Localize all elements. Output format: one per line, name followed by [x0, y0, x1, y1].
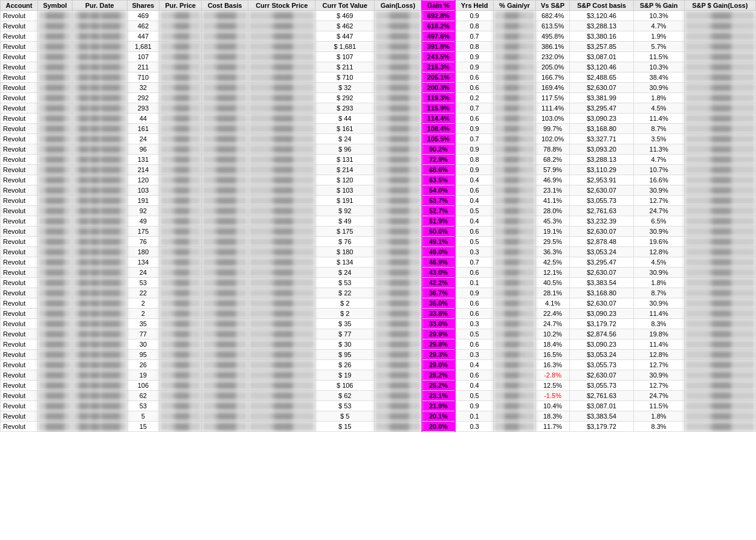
- cell-pur-date: ██/██/████: [73, 411, 128, 422]
- col-header-snp-cost-basis[interactable]: S&P Cost basis: [570, 1, 633, 11]
- cell-curr-stock-price: $████: [248, 155, 315, 165]
- cell-shares: 180: [127, 247, 159, 257]
- cell-cost-basis: $████: [202, 339, 248, 350]
- cell-shares: 710: [127, 72, 159, 83]
- cell-gain-loss: $████: [375, 52, 422, 62]
- cell-gain-pct: 51.9%: [422, 216, 455, 227]
- cell-gain-pct: 23.1%: [422, 391, 455, 401]
- cell-pct-gain-yr: ███%: [494, 124, 536, 134]
- cell-yrs-held: 0.6: [455, 83, 493, 93]
- cell-snp-cost-basis: $2,878.48: [570, 237, 633, 247]
- col-header-vs-snp[interactable]: Vs S&P: [535, 1, 569, 11]
- cell-snp-dollar-gain: $████: [684, 381, 755, 391]
- cell-snp-dollar-gain: $████: [684, 42, 755, 52]
- cell-pur-date: ██/██/████: [73, 185, 128, 196]
- cell-snp-cost-basis: $3,179.72: [570, 319, 633, 329]
- col-header-yrs-held[interactable]: Yrs Held: [455, 1, 493, 11]
- table-row: Revolut██████/██/████161$███$████$████$ …: [1, 124, 756, 134]
- cell-snp-cost-basis: $3,381.99: [570, 93, 633, 103]
- cell-account: Revolut: [1, 247, 38, 257]
- cell-pct-gain-yr: ███%: [494, 31, 536, 42]
- cell-snp-pct-gain: 6.5%: [633, 216, 684, 227]
- cell-snp-dollar-gain: $████: [684, 370, 755, 381]
- cell-pur-price: $███: [160, 268, 202, 278]
- cell-shares: 15: [127, 422, 159, 432]
- cell-curr-tot-value: $ 76: [315, 237, 375, 247]
- col-header-account[interactable]: Account: [1, 1, 38, 11]
- cell-account: Revolut: [1, 175, 38, 185]
- cell-account: Revolut: [1, 42, 38, 52]
- cell-gain-pct: 618.2%: [422, 21, 455, 31]
- cell-pct-gain-yr: ███%: [494, 381, 536, 391]
- cell-snp-cost-basis: $3,090.23: [570, 309, 633, 319]
- cell-gain-loss: $████: [375, 298, 422, 309]
- cell-pur-date: ██/██/████: [73, 391, 128, 401]
- table-row: Revolut██████/██/████106$███$████$████$ …: [1, 381, 756, 391]
- cell-gain-pct: 63.5%: [422, 175, 455, 185]
- cell-snp-dollar-gain: $████: [684, 247, 755, 257]
- cell-gain-loss: $████: [375, 42, 422, 52]
- cell-cost-basis: $████: [202, 401, 248, 411]
- cell-vs-snp: 18.4%: [535, 339, 569, 350]
- cell-curr-tot-value: $ 120: [315, 175, 375, 185]
- cell-symbol: ████: [38, 411, 73, 422]
- col-header-curr-stock-price[interactable]: Curr Stock Price: [248, 1, 315, 11]
- cell-curr-stock-price: $████: [248, 339, 315, 350]
- col-header-snp-dollar-gain[interactable]: S&P $ Gain(Loss): [684, 1, 755, 11]
- table-row: Revolut██████/██/████2$███$████$████$ 2$…: [1, 309, 756, 319]
- col-header-pur-price[interactable]: Pur. Price: [160, 1, 202, 11]
- cell-cost-basis: $████: [202, 227, 248, 237]
- col-header-snp-pct-gain[interactable]: S&P % Gain: [633, 1, 684, 11]
- col-header-cost-basis[interactable]: Cost Basis: [202, 1, 248, 11]
- cell-yrs-held: 0.7: [455, 134, 493, 144]
- cell-yrs-held: 0.6: [455, 114, 493, 124]
- cell-snp-dollar-gain: $████: [684, 83, 755, 93]
- cell-account: Revolut: [1, 93, 38, 103]
- cell-pur-date: ██/██/████: [73, 21, 128, 31]
- table-row: Revolut██████/██/████447$███$████$████$ …: [1, 31, 756, 42]
- cell-curr-stock-price: $████: [248, 278, 315, 288]
- cell-gain-loss: $████: [375, 103, 422, 114]
- cell-gain-pct: 46.9%: [422, 257, 455, 268]
- cell-pct-gain-yr: ███%: [494, 216, 536, 227]
- col-header-symbol[interactable]: Symbol: [38, 1, 73, 11]
- cell-vs-snp: 29.5%: [535, 237, 569, 247]
- cell-account: Revolut: [1, 144, 38, 155]
- cell-cost-basis: $████: [202, 42, 248, 52]
- cell-pur-price: $███: [160, 72, 202, 83]
- cell-pur-date: ██/██/████: [73, 62, 128, 72]
- cell-shares: 131: [127, 155, 159, 165]
- cell-snp-pct-gain: 10.3%: [633, 62, 684, 72]
- cell-snp-cost-basis: $3,120.46: [570, 11, 633, 21]
- cell-symbol: ████: [38, 298, 73, 309]
- cell-curr-tot-value: $ 469: [315, 11, 375, 21]
- cell-gain-pct: 119.3%: [422, 93, 455, 103]
- table-row: Revolut██████/██/████76$███$████$████$ 7…: [1, 237, 756, 247]
- cell-snp-dollar-gain: $████: [684, 206, 755, 216]
- cell-vs-snp: 117.5%: [535, 93, 569, 103]
- col-header-pur-date[interactable]: Pur. Date: [73, 1, 128, 11]
- cell-cost-basis: $████: [202, 381, 248, 391]
- cell-gain-loss: $████: [375, 237, 422, 247]
- cell-gain-pct: 105.5%: [422, 134, 455, 144]
- cell-gain-pct: 36.7%: [422, 288, 455, 298]
- col-header-curr-tot-value[interactable]: Curr Tot Value: [315, 1, 375, 11]
- cell-curr-stock-price: $████: [248, 381, 315, 391]
- col-header-pct-gain-yr[interactable]: % Gain/yr: [494, 1, 536, 11]
- cell-yrs-held: 0.4: [455, 360, 493, 370]
- cell-gain-pct: 35.0%: [422, 298, 455, 309]
- cell-yrs-held: 0.4: [455, 196, 493, 206]
- cell-cost-basis: $████: [202, 114, 248, 124]
- table-row: Revolut██████/██/████26$███$████$████$ 2…: [1, 360, 756, 370]
- cell-shares: 191: [127, 196, 159, 206]
- cell-yrs-held: 0.9: [455, 401, 493, 411]
- cell-snp-cost-basis: $2,630.07: [570, 83, 633, 93]
- cell-snp-pct-gain: 24.7%: [633, 206, 684, 216]
- cell-curr-tot-value: $ 30: [315, 339, 375, 350]
- col-header-gain-loss[interactable]: Gain(Loss): [375, 1, 422, 11]
- col-header-gain-pct[interactable]: Gain %: [422, 1, 455, 11]
- cell-gain-loss: $████: [375, 72, 422, 83]
- table-row: Revolut██████/██/████469$███$████$████$ …: [1, 11, 756, 21]
- cell-curr-tot-value: $ 1,681: [315, 42, 375, 52]
- col-header-shares[interactable]: Shares: [127, 1, 159, 11]
